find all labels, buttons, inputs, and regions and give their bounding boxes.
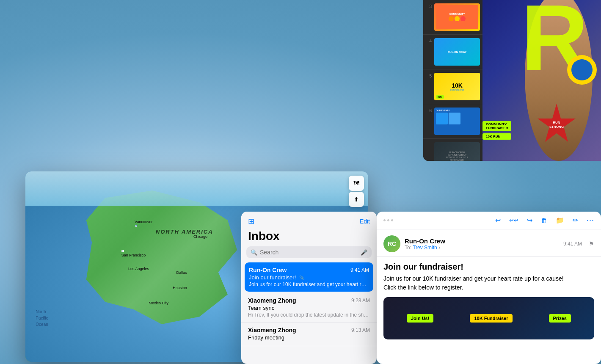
mail-subject-0: Join our fundraiser! 📎	[249, 274, 369, 281]
search-icon: 🔍	[251, 249, 257, 256]
slide-number-3: 3	[426, 4, 432, 9]
toolbar-dots	[383, 219, 393, 221]
search-bar[interactable]: 🔍 🎤	[246, 246, 372, 258]
reply-all-button[interactable]: ↩↩	[509, 217, 518, 223]
email-header: RC Run-On Crew To: Trev Smith › 9:41 AM …	[377, 229, 601, 257]
slide-thumb-3[interactable]: 3 COMMUNITY	[423, 0, 482, 35]
mail-item-xiaomeng-2[interactable]: Xiaomeng Zhong 9:13 AM Friday meeting	[241, 323, 377, 346]
email-toolbar-actions: ↩ ↩↩ ↪ 🗑 📁 ✏ ···	[495, 216, 594, 225]
slide-thumb-5[interactable]: 5 RUN 10K RUN STRONG	[423, 69, 482, 104]
mail-time-2: 9:13 AM	[351, 327, 370, 333]
email-timestamp: 9:41 AM	[563, 241, 582, 247]
sidebar-toggle-icon[interactable]: ⊞	[248, 217, 254, 226]
email-toolbar: ↩ ↩↩ ↪ 🗑 📁 ✏ ···	[377, 212, 601, 229]
compose-button[interactable]: ✏	[573, 216, 578, 224]
slide-preview-6: OUR EVENTS	[434, 108, 480, 135]
map-toolbar: 🗺 ⬆	[349, 176, 364, 207]
mail-sender-0: Run-On Crew	[249, 267, 287, 273]
map-layers-button[interactable]: 🗺	[349, 176, 364, 191]
city-label-houston: Houston	[173, 286, 187, 290]
mic-icon[interactable]: 🎤	[361, 249, 367, 256]
mail-item-header-0: Run-On Crew 9:41 AM	[249, 267, 369, 273]
city-label-dallas: Dallas	[176, 270, 187, 275]
map-location-button[interactable]: ⬆	[349, 192, 364, 207]
mail-item-run-on-crew[interactable]: Run-On Crew 9:41 AM Join our fundraiser!…	[245, 262, 373, 292]
email-sender-info: Run-On Crew To: Trev Smith ›	[405, 237, 559, 251]
slides-main-view: R RUNSTRONG COMMUNITYFUNDRAISER 10K RUN	[482, 0, 601, 161]
slide-preview-5: RUN 10K RUN STRONG	[434, 73, 480, 100]
hero-slide: R RUNSTRONG COMMUNITYFUNDRAISER 10K RUN	[482, 0, 601, 161]
city-dot-sanfrancisco	[121, 250, 124, 252]
mail-item-header-1: Xiaomeng Zhong 9:28 AM	[248, 297, 370, 304]
slide-preview-4: RUN-ON CREW	[434, 38, 480, 66]
mail-item-header-2: Xiaomeng Zhong 9:13 AM	[248, 327, 370, 334]
mail-time-0: 9:41 AM	[350, 267, 369, 273]
inbox-title: Inbox	[241, 229, 377, 246]
more-button[interactable]: ···	[587, 216, 594, 225]
slide-thumb-7[interactable]: RUN-ON CREWISN'T JUST ABOUTFITNESS. IT'S…	[423, 139, 482, 161]
mail-subject-2: Friday meeting	[248, 334, 370, 341]
banner-tag-prizes[interactable]: Prizes	[549, 314, 571, 323]
email-body-text: Join us for our 10K fundraiser and get y…	[383, 275, 564, 282]
email-subject: Join our fundraiser!	[377, 257, 601, 274]
email-to-line: To: Trev Smith ›	[405, 245, 559, 251]
slide-number-6: 6	[426, 108, 432, 113]
city-label-sanfrancisco: San Francisco	[121, 253, 146, 257]
starburst-text: RUNSTRONG	[549, 121, 564, 130]
green-tags: COMMUNITYFUNDRAISER 10K RUN	[482, 121, 511, 140]
edit-button[interactable]: Edit	[360, 218, 370, 225]
slides-sidebar: 3 COMMUNITY 4 RUN-ON	[423, 0, 482, 161]
email-sender-row: RC Run-On Crew To: Trev Smith › 9:41 AM …	[383, 235, 594, 252]
sender-avatar: RC	[383, 235, 400, 252]
folder-button[interactable]: 📁	[556, 216, 564, 224]
slide-preview-7: RUN-ON CREWISN'T JUST ABOUTFITNESS. IT'S…	[434, 142, 480, 161]
slide-preview-3: COMMUNITY	[434, 3, 480, 31]
mail-sender-1: Xiaomeng Zhong	[248, 297, 296, 304]
mail-sender-2: Xiaomeng Zhong	[248, 327, 296, 334]
city-label-vancouver: Vancouver	[135, 220, 152, 224]
mail-preview-0: Join us for our 10K fundraiser and get y…	[249, 281, 369, 287]
banner-tag-10k[interactable]: 10K Fundraiser	[470, 314, 512, 323]
email-sender-name: Run-On Crew	[405, 237, 559, 245]
reply-button[interactable]: ↩	[495, 216, 501, 224]
email-body: Join us for our 10K fundraiser and get y…	[377, 274, 601, 297]
slide-number-4: 4	[426, 39, 432, 44]
mail-subject-1: Team sync	[248, 305, 370, 311]
trash-button[interactable]: 🗑	[541, 217, 547, 224]
mail-header: ⊞ Edit	[241, 212, 377, 229]
fundraiser-banner: Join Us! 10K Fundraiser Prizes	[383, 297, 594, 339]
slide-thumb-4[interactable]: 4 RUN-ON CREW	[423, 35, 482, 69]
flags-icon: ⚑	[589, 240, 594, 247]
city-label-chicago: Chicago	[193, 234, 207, 239]
mail-message-list: Run-On Crew 9:41 AM Join our fundraiser!…	[241, 262, 377, 346]
mail-inbox-window: ⊞ Edit Inbox 🔍 🎤 Run-On Crew 9:41 AM Joi…	[241, 212, 377, 364]
email-detail-panel: ↩ ↩↩ ↪ 🗑 📁 ✏ ··· RC Run-On Crew To: Trev…	[377, 212, 601, 364]
city-label-losangeles: Los Angeles	[128, 267, 149, 271]
slide-thumb-6[interactable]: 6 OUR EVENTS	[423, 104, 482, 139]
mail-time-1: 9:28 AM	[351, 298, 370, 303]
city-label-mexicocity: Mexico City	[149, 301, 169, 305]
email-to-name[interactable]: Trev Smith	[413, 245, 437, 251]
slides-app-window: 3 COMMUNITY 4 RUN-ON	[423, 0, 601, 161]
banner-tag-join[interactable]: Join Us!	[407, 314, 433, 323]
slide-number-5: 5	[426, 74, 432, 78]
mail-item-xiaomeng-1[interactable]: Xiaomeng Zhong 9:28 AM Team sync Hi Trev…	[241, 293, 377, 323]
mail-preview-1: Hi Trev, If you could drop the latest up…	[248, 312, 370, 318]
email-body-text-2: Click the link below to register.	[383, 284, 463, 291]
forward-button[interactable]: ↪	[527, 216, 532, 224]
map-label-pacific: NorthPacificOcean	[36, 309, 48, 328]
search-input[interactable]	[260, 249, 358, 256]
attachment-icon-0: 📎	[299, 276, 304, 280]
